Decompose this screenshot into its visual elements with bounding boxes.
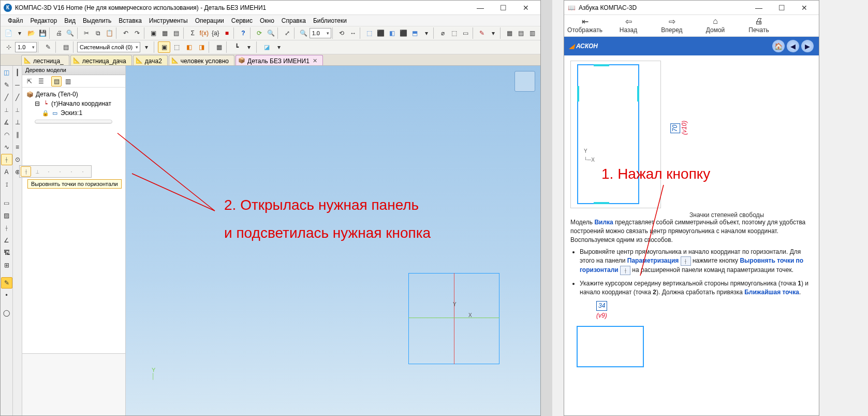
st2-b[interactable]: ─ [13,79,22,91]
refresh-button[interactable]: ⟳ [254,27,265,39]
st2-c[interactable]: ╱ [13,92,22,103]
align-c-button[interactable]: · [43,166,54,177]
st-meas[interactable]: ⟟ [1,179,12,190]
st-circ[interactable]: ◯ [1,307,12,319]
st-cube[interactable]: ◫ [1,67,12,78]
tree-btn-3[interactable]: ▤ [51,76,62,87]
tree-btn-1[interactable]: ⇱ [24,76,35,87]
zoom-fit-button[interactable]: ⤢ [282,27,293,39]
align-b[interactable]: ⬚ [170,41,183,53]
window-c[interactable]: ▥ [527,27,538,39]
align-f-button[interactable]: · [78,166,88,177]
st-spline[interactable]: ∿ [1,141,12,153]
help-nav-forward[interactable]: ⇨Вперед [656,17,687,34]
st-hl[interactable]: ✎ [1,277,12,289]
brand-back-button[interactable]: ◀ [787,40,799,52]
tool-a[interactable]: ▣ [148,27,159,39]
tab-4[interactable]: 📦Деталь БЕЗ ИМЕНИ1✕ [236,55,323,65]
grid-button[interactable]: ▦ [213,41,225,53]
solid-arrow[interactable]: ▾ [421,27,432,39]
snap-button[interactable]: ⊹ [3,41,15,53]
tree-origin[interactable]: ⊟┕(т)Начало координат [35,99,122,108]
ortho-arrow[interactable]: ▾ [243,41,255,53]
save-button[interactable]: 💾 [37,27,48,39]
layer-combo[interactable]: Системный слой (0) [77,42,140,52]
st-sym[interactable]: ∡ [1,117,12,128]
print-button[interactable]: 🖨 [53,27,65,39]
solid3[interactable]: ◧ [387,27,398,39]
sketch-btn[interactable]: ✎ [42,41,54,53]
orientation-cube[interactable] [514,71,535,92]
st2-g[interactable]: ≡ [13,141,22,153]
st-angle[interactable]: ∠ [1,235,12,246]
help-content[interactable]: Y└─X 70 (v10) Значки степеней свободы 1.… [564,55,819,415]
tree-slider[interactable] [35,120,112,124]
help-minimize-button[interactable]: — [747,1,770,15]
link-param[interactable]: Параметризация [627,257,679,264]
align-e-button[interactable]: · [66,166,77,177]
align-horizontal-button[interactable]: ⟊ [21,166,31,177]
tree-root[interactable]: 📦Деталь (Тел-0) [26,90,122,99]
redo-button[interactable]: ↷ [131,27,143,39]
vars-button[interactable]: Σ [187,27,198,39]
minimize-button[interactable]: — [469,1,492,15]
sketch2-btn[interactable]: ▤ [60,41,72,53]
color-arrow[interactable]: ▾ [273,41,285,53]
menu-edit[interactable]: Редактор [27,16,61,25]
st2-f[interactable]: ∥ [13,129,22,140]
tab-3[interactable]: 📐человек условно [169,55,234,65]
st-line[interactable]: ╱ [1,92,12,103]
st2-h[interactable]: ⊙ [13,154,22,165]
link-nearest-point[interactable]: Ближайшая точка [744,289,799,296]
st-sel[interactable]: ▭ [1,197,12,209]
copy-button[interactable]: ⧉ [92,27,104,39]
sketch-canvas[interactable]: X Y 2. Открылась нужная панель и подсвет… [126,66,540,415]
brand-fwd-button[interactable]: ▶ [801,40,814,52]
preview-button[interactable]: 🔍 [65,27,76,39]
menu-select[interactable]: Выделить [80,16,114,25]
solid1[interactable]: ⬚ [364,27,375,39]
st-hatch[interactable]: ▨ [1,210,12,221]
section-a[interactable]: ⌀ [437,27,449,39]
st-proj[interactable]: ⊞ [1,260,12,271]
zoom-combo-2[interactable]: 1.0 [15,42,37,52]
zoom-combo-1[interactable]: 1.0 [310,28,331,38]
st-point[interactable]: • [1,290,12,301]
solid4[interactable]: ⬛ [398,27,409,39]
link-vilka[interactable]: Вилка [594,219,613,226]
st2-e[interactable]: ⊥ [13,117,22,128]
maximize-button[interactable]: ☐ [492,1,514,15]
align-a[interactable]: ▣ [158,41,170,53]
menu-window[interactable]: Окно [257,16,277,25]
align-vertical-button[interactable]: ⟂ [32,166,42,177]
tab-2[interactable]: 📐дача2 [133,55,168,65]
solid5[interactable]: ⬒ [409,27,421,39]
align-d[interactable]: ◨ [195,41,208,53]
move-button[interactable]: ↔ [347,27,359,39]
st2-d[interactable]: ⟂ [13,104,22,116]
menu-file[interactable]: Файл [5,16,26,25]
section-c[interactable]: ▭ [460,27,472,39]
window-a[interactable]: ▦ [504,27,516,39]
menu-service[interactable]: Сервис [228,16,256,25]
st2-a[interactable]: ┃ [13,67,22,78]
menu-insert[interactable]: Вставка [115,16,145,25]
st-a[interactable]: A [1,166,12,178]
menu-ops[interactable]: Операции [192,16,227,25]
color-swatch[interactable]: ◪ [260,41,273,53]
par-button[interactable]: {a} [210,27,221,39]
help-nav-back[interactable]: ⇦Назад [613,17,644,34]
help-nav-show[interactable]: ⇤Отображать [569,17,600,34]
edit-button[interactable]: ✎ [476,27,488,39]
paste-button[interactable]: 📋 [104,27,115,39]
tab-0[interactable]: 📐лестница_ [21,55,69,65]
st-param[interactable]: ⟊ [1,154,12,165]
st-arc[interactable]: ◠ [1,129,12,140]
open-button[interactable]: 📂 [25,27,37,39]
help-maximize-button[interactable]: ☐ [770,1,793,15]
layer-btn[interactable]: ▾ [140,41,153,53]
help-nav-print[interactable]: 🖨Печать [743,17,774,34]
color-button[interactable]: ▾ [488,27,499,39]
fx-button[interactable]: f(x) [198,27,210,39]
solid2[interactable]: ⬛ [375,27,387,39]
